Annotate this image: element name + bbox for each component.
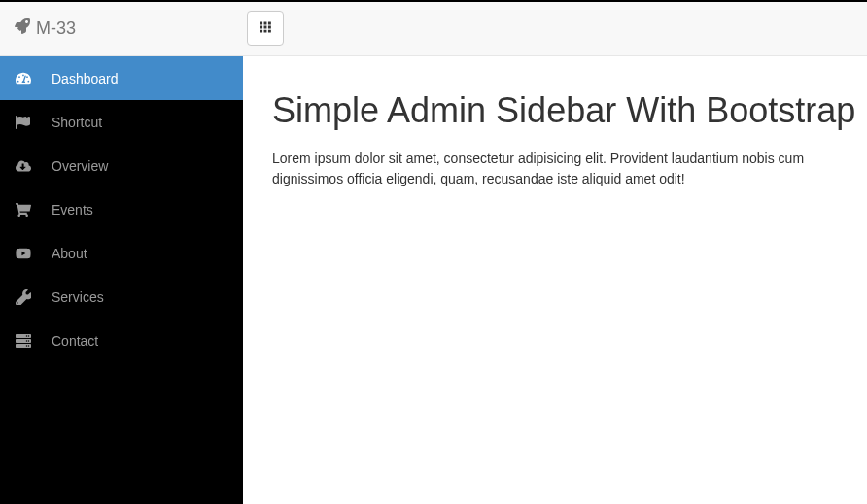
sidebar-item-dashboard[interactable]: Dashboard <box>0 56 243 100</box>
page-container: Dashboard Shortcut Overview Events About <box>0 56 867 504</box>
sidebar-item-label: Dashboard <box>52 71 119 86</box>
flag-icon <box>15 115 32 130</box>
navbar: M-33 <box>0 2 867 56</box>
sidebar: Dashboard Shortcut Overview Events About <box>0 56 243 504</box>
server-icon <box>15 333 32 349</box>
sidebar-item-services[interactable]: Services <box>0 275 243 319</box>
sidebar-toggle-button[interactable] <box>247 11 284 46</box>
play-icon <box>15 246 32 261</box>
sidebar-item-events[interactable]: Events <box>0 187 243 231</box>
page-title: Simple Admin Sidebar With Bootstrap <box>272 90 855 131</box>
sidebar-item-overview[interactable]: Overview <box>0 144 243 187</box>
dashboard-icon <box>15 71 32 86</box>
sidebar-item-label: Events <box>52 202 93 218</box>
sidebar-item-label: Overview <box>52 158 108 174</box>
sidebar-item-shortcut[interactable]: Shortcut <box>0 100 243 144</box>
grid-icon <box>259 20 272 37</box>
sidebar-item-about[interactable]: About <box>0 231 243 275</box>
sidebar-item-label: Services <box>52 289 104 305</box>
brand-text: M-33 <box>36 18 76 39</box>
rocket-icon <box>15 18 30 39</box>
page-paragraph: Lorem ipsum dolor sit amet, consectetur … <box>272 149 855 189</box>
sidebar-item-label: Contact <box>52 333 98 349</box>
sidebar-item-label: Shortcut <box>52 115 102 130</box>
sidebar-item-contact[interactable]: Contact <box>0 319 243 362</box>
cart-icon <box>15 202 32 218</box>
cloud-download-icon <box>15 158 32 174</box>
brand-link[interactable]: M-33 <box>15 18 76 39</box>
sidebar-item-label: About <box>52 246 87 261</box>
main-content: Simple Admin Sidebar With Bootstrap Lore… <box>243 56 867 504</box>
wrench-icon <box>15 289 32 305</box>
